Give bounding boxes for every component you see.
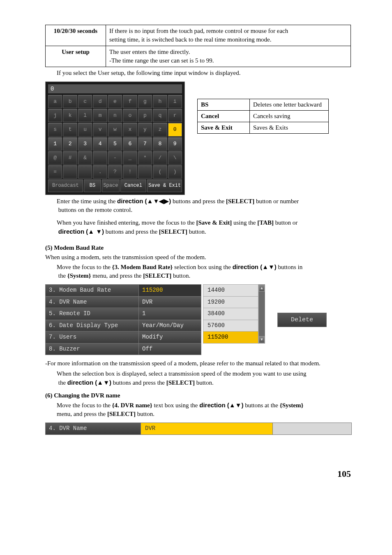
kb-key-blank[interactable] [78,165,92,179]
delete-button[interactable]: Delete [277,313,327,327]
kb-key-\[interactable]: \ [168,151,182,165]
kb-key-p[interactable]: p [138,109,152,122]
kb-key-=[interactable]: = [48,165,62,179]
kb-key-6[interactable]: 6 [123,137,137,151]
kb-key-d[interactable]: d [93,95,107,108]
kb-key-![interactable]: ! [123,165,137,179]
kb-key-z[interactable]: z [153,123,167,136]
kb-key--[interactable]: - [108,151,122,165]
text-bold: direction (▲▼) [67,379,111,386]
kb-broadcast-button[interactable]: Broadcast [48,179,83,192]
kb-key-blank[interactable] [138,165,152,179]
text: the [58,272,67,279]
sys-row-label[interactable]: 8. Buzzer [46,343,139,355]
kb-key-8[interactable]: 8 [153,137,167,151]
kb-key-7[interactable]: 7 [138,137,152,151]
kb-key-_[interactable]: _ [123,151,137,165]
text-bold: [SELECT] [143,272,171,279]
kb-key-.[interactable]: . [93,165,107,179]
kb-key-#[interactable]: # [63,151,77,165]
onscreen-keyboard: 0 abcdefghijklmnopqrstuvwxyz0123456789@#… [45,81,185,195]
kb-key-u[interactable]: u [78,123,92,136]
scroll-down-icon[interactable]: ▼ [259,336,265,343]
dvr-name-value[interactable]: DVR [141,423,273,434]
kb-key-blank[interactable] [63,165,77,179]
kb-key-g[interactable]: g [138,95,152,108]
legend-cancel-desc: Cancels saving [250,111,329,122]
kb-cancel-button[interactable]: Cancel [120,179,147,192]
section-5-heading: (5) Modem Baud Rate [45,244,351,252]
kb-key-0[interactable]: 0 [168,123,182,136]
kb-space-button[interactable]: Space [102,179,119,192]
kb-key-@[interactable]: @ [48,151,62,165]
kb-key-t[interactable]: t [63,123,77,136]
sys-row-value[interactable]: 1 [139,308,201,320]
baud-option[interactable]: 57600 [203,320,258,332]
sys-row-label[interactable]: 7. Users [46,332,139,344]
kb-key-([interactable]: ( [153,165,167,179]
kb-key-9[interactable]: 9 [168,137,182,151]
kb-key-2[interactable]: 2 [63,137,77,151]
scroll-up-icon[interactable]: ▲ [259,285,265,292]
baud-option[interactable]: 14400 [203,284,258,296]
baud-options: 14400192003840057600115200 [203,284,258,344]
kb-key-x[interactable]: x [123,123,137,136]
sys-row-label[interactable]: 5. Remote ID [46,308,139,320]
baud-option[interactable]: 115200 [203,332,258,344]
baud-option[interactable]: 19200 [203,296,258,308]
sys-row-label[interactable]: 6. Date Display Type [46,320,139,332]
sys-row-value[interactable]: Year/Mon/Day [139,320,201,332]
kb-key-b[interactable]: b [63,95,77,108]
kb-key-e[interactable]: e [108,95,122,108]
text: Move the focus to the [57,402,112,409]
kb-key-*[interactable]: * [138,151,152,165]
text-bold: [SELECT] [159,228,187,235]
sys-row-value[interactable]: Modify [139,332,201,344]
kb-save-exit-button[interactable]: Save & Exit [147,179,182,192]
sys-row-label[interactable]: 3. Modem Baud Rate [46,284,139,296]
text-bold: {4. DVR name} [112,402,152,409]
baud-scrollbar[interactable]: ▲ ▼ [258,284,265,344]
text: menu, and press the [57,411,107,417]
kb-key-k[interactable]: k [63,109,77,122]
baud-option[interactable]: 38400 [203,308,258,320]
sys-row-label[interactable]: 4. DVR Name [46,296,139,308]
kb-key-/[interactable]: / [153,151,167,165]
kb-key-a[interactable]: a [48,95,62,108]
kb-key-&[interactable]: & [78,151,92,165]
kb-key-h[interactable]: h [153,95,167,108]
kb-key-c[interactable]: c [78,95,92,108]
kb-key-?[interactable]: ? [108,165,122,179]
text: button or number [256,198,299,204]
kb-key-o[interactable]: o [123,109,137,122]
enter-time-para-2: When you have finished entering, move th… [57,218,351,236]
kb-key-5[interactable]: 5 [108,137,122,151]
sys-row-value[interactable]: Off [139,343,201,355]
kb-key-blank[interactable] [93,151,107,165]
text: buttons on the remote control. [58,207,132,213]
kb-key-i[interactable]: i [168,95,182,108]
text: button. [173,272,190,279]
text: buttons and press the [173,198,226,204]
kb-key-3[interactable]: 3 [78,137,92,151]
sys-row-value[interactable]: 115200 [139,284,201,296]
kb-key-y[interactable]: y [138,123,152,136]
kb-key-m[interactable]: m [93,109,107,122]
kb-key-1[interactable]: 1 [48,137,62,151]
kb-key-4[interactable]: 4 [93,137,107,151]
text: buttons and press the [113,379,166,386]
kb-key-s[interactable]: s [48,123,62,136]
kb-bs-button[interactable]: BS [84,179,101,192]
kb-key-f[interactable]: f [123,95,137,108]
sys-row-value[interactable]: DVR [139,296,201,308]
kb-key-)[interactable]: ) [168,165,182,179]
kb-key-l[interactable]: l [78,109,92,122]
kb-key-j[interactable]: j [48,109,62,122]
kb-key-q[interactable]: q [153,109,167,122]
kb-key-w[interactable]: w [108,123,122,136]
kb-key-n[interactable]: n [108,109,122,122]
kb-key-v[interactable]: v [93,123,107,136]
keyboard-display: 0 [48,84,182,93]
text: -The time range the user can set is 5 to… [109,57,214,64]
kb-key-r[interactable]: r [168,109,182,122]
